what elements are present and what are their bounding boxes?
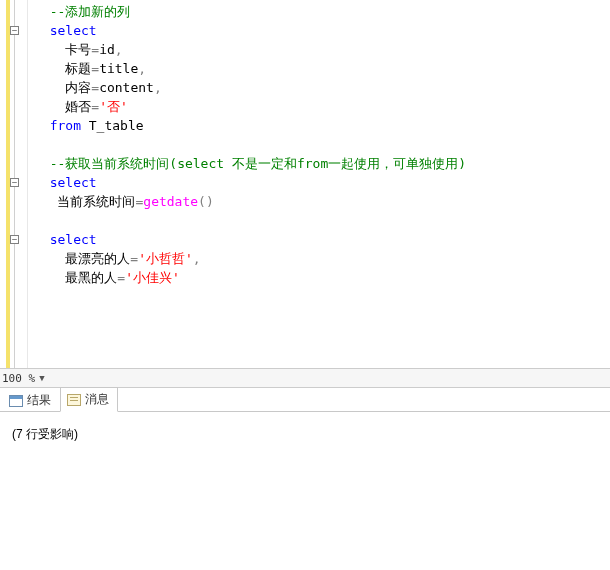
code-token: 当前系统时间 <box>34 194 135 209</box>
code-token <box>34 156 50 171</box>
code-token: select <box>50 175 97 190</box>
code-line[interactable]: 婚否='否' <box>34 97 610 116</box>
code-token: 小佳兴 <box>133 270 172 285</box>
code-token: = <box>91 80 99 95</box>
chevron-down-icon[interactable]: ▼ <box>39 373 44 383</box>
code-token: content <box>99 80 154 95</box>
zoom-bar[interactable]: 100 % ▼ <box>0 368 610 388</box>
code-token: select <box>50 23 97 38</box>
code-token: 否 <box>107 99 120 114</box>
code-line[interactable]: 最漂亮的人='小哲哲', <box>34 249 610 268</box>
sql-editor-pane: −−− --添加新的列 select 卡号=id, 标题=title, 内容=c… <box>0 0 610 368</box>
zoom-value: 100 % <box>2 372 35 385</box>
code-line[interactable]: 当前系统时间=getdate() <box>34 192 610 211</box>
code-token: 婚否 <box>34 99 91 114</box>
tab-results[interactable]: 结果 <box>2 388 60 412</box>
code-token: T_table <box>81 118 144 133</box>
grid-icon <box>9 395 23 407</box>
code-token: = <box>91 61 99 76</box>
code-token: 标题 <box>34 61 91 76</box>
code-token: ' <box>172 270 180 285</box>
code-token <box>34 118 50 133</box>
code-token <box>34 213 42 228</box>
code-token: ' <box>185 251 193 266</box>
code-token: , <box>115 42 123 57</box>
code-area[interactable]: --添加新的列 select 卡号=id, 标题=title, 内容=conte… <box>28 0 610 368</box>
code-line[interactable]: --获取当前系统时间(select 不是一定和from一起使用，可单独使用) <box>34 154 610 173</box>
code-token: --获取当前系统时间(select 不是一定和from一起使用，可单独使用) <box>50 156 466 171</box>
code-token: = <box>91 42 99 57</box>
code-token <box>34 4 50 19</box>
code-token: , <box>193 251 201 266</box>
code-line[interactable]: from T_table <box>34 116 610 135</box>
code-token: ' <box>99 99 107 114</box>
code-line[interactable]: select <box>34 173 610 192</box>
code-line[interactable]: 内容=content, <box>34 78 610 97</box>
results-tab-strip: 结果消息 <box>0 388 610 412</box>
messages-panel[interactable]: (7 行受影响) <box>0 412 610 570</box>
code-line[interactable]: select <box>34 230 610 249</box>
code-token: ' <box>138 251 146 266</box>
message-icon <box>67 394 81 406</box>
code-token: from <box>50 118 81 133</box>
code-token: 最漂亮的人 <box>34 251 130 266</box>
code-token <box>34 23 50 38</box>
code-line[interactable]: 标题=title, <box>34 59 610 78</box>
fold-toggle[interactable]: − <box>10 178 19 187</box>
editor-gutter: −−− <box>0 0 28 368</box>
code-token: title <box>99 61 138 76</box>
code-token <box>34 232 50 247</box>
code-line[interactable]: 卡号=id, <box>34 40 610 59</box>
code-token: ' <box>120 99 128 114</box>
code-token: = <box>130 251 138 266</box>
code-token: select <box>50 232 97 247</box>
code-line[interactable] <box>34 211 610 230</box>
fold-toggle[interactable]: − <box>10 235 19 244</box>
code-token <box>34 175 50 190</box>
code-line[interactable] <box>34 135 610 154</box>
code-token: 卡号 <box>34 42 91 57</box>
code-token: 内容 <box>34 80 91 95</box>
code-token: getdate <box>143 194 198 209</box>
code-token: = <box>117 270 125 285</box>
code-token: () <box>198 194 214 209</box>
tab-label: 消息 <box>85 391 109 408</box>
tab-label: 结果 <box>27 392 51 409</box>
code-line[interactable]: --添加新的列 <box>34 2 610 21</box>
code-token <box>34 137 42 152</box>
code-token: , <box>154 80 162 95</box>
code-token: ' <box>125 270 133 285</box>
code-token: 最黑的人 <box>34 270 117 285</box>
code-token: 小哲哲 <box>146 251 185 266</box>
tab-messages[interactable]: 消息 <box>60 387 118 412</box>
fold-toggle[interactable]: − <box>10 26 19 35</box>
messages-text: (7 行受影响) <box>12 427 78 441</box>
code-line[interactable]: 最黑的人='小佳兴' <box>34 268 610 287</box>
code-token: --添加新的列 <box>50 4 131 19</box>
code-line[interactable]: select <box>34 21 610 40</box>
code-token: , <box>138 61 146 76</box>
code-token: id <box>99 42 115 57</box>
code-token: = <box>91 99 99 114</box>
